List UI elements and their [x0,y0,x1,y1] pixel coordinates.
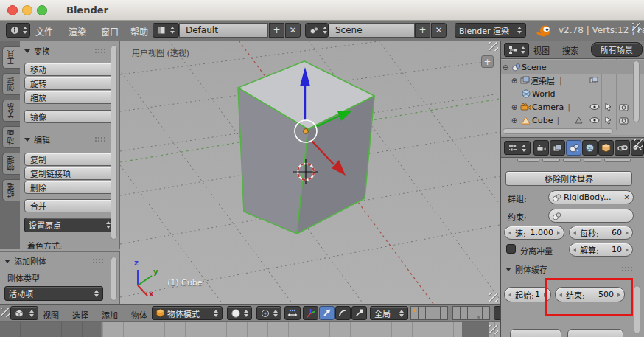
area-resize-corner[interactable] [634,139,643,148]
collapse-icon[interactable]: ⊖ [501,63,510,72]
pivot-point-select[interactable] [256,306,281,320]
tab-relations[interactable]: 关系 [2,100,20,122]
selectability-cursor-icon[interactable] [604,103,612,111]
editor-type-select-3dview[interactable] [10,306,38,320]
outliner-row-world[interactable]: World [501,87,644,100]
viewport-canvas[interactable] [120,41,500,304]
rigidbody-type-select[interactable]: 活动项 [4,286,103,301]
tab-render-layers[interactable] [550,140,565,156]
scale-button[interactable]: 缩放 [24,91,115,104]
expand-icon[interactable]: ⊕ [510,77,519,85]
manipulator-toggle-button[interactable] [284,306,301,320]
decrease-arrow-icon[interactable] [508,231,511,235]
minimize-window-button[interactable] [22,5,32,15]
panel-grip-icon[interactable] [92,258,103,264]
panel-grip-icon[interactable] [94,48,105,54]
interaction-mode-select[interactable]: 物体模式 [152,306,223,320]
tab-world[interactable] [582,140,598,156]
area-resize-corner[interactable] [489,325,498,334]
outliner-horizontal-scrollbar[interactable] [503,128,613,134]
viewport-shading-select[interactable] [227,306,252,320]
tab-physics[interactable]: 物理 [2,153,20,175]
duplicate-linked-button[interactable]: 复制链接项 [24,167,115,180]
translate-button[interactable]: 移动 [24,63,115,76]
tab-render[interactable] [533,140,549,156]
layer-cell[interactable] [440,313,448,320]
manipulator-axes-button[interactable] [303,306,318,320]
renderability-camera-icon[interactable] [619,117,629,125]
rigidbody-cache-panel-header[interactable]: 刚体缓存 [505,263,632,275]
layer-cell[interactable] [482,313,490,320]
cache-start-frame-field[interactable]: 起始: 1 [504,287,551,302]
close-window-button[interactable] [7,5,18,15]
viewport-menu-object[interactable]: 物体 [131,309,147,321]
join-button[interactable]: 合并 [24,199,115,212]
tab-tools[interactable]: 工具 [2,46,20,69]
outliner-vertical-scrollbar[interactable] [633,60,640,122]
rigidbody-group-field[interactable]: RigidBody... ✕ [548,190,634,204]
viewport-menu-view[interactable]: 视图 [43,309,59,321]
renderability-camera-icon[interactable] [619,103,629,111]
outliner-row-camera[interactable]: ⊕ Camera | [501,100,644,114]
cache-end-frame-field[interactable]: 结束: 500 [555,287,625,302]
outliner-row-scene[interactable]: ⊖ Scene [501,60,644,74]
expand-icon[interactable]: ⊕ [510,103,519,111]
tab-object[interactable] [598,140,614,156]
add-scene-button[interactable]: + [415,23,430,38]
split-impulse-checkbox[interactable] [506,244,516,254]
tab-scene[interactable] [566,140,581,156]
clear-group-icon[interactable]: ✕ [624,193,630,201]
increase-arrow-icon[interactable] [617,293,620,297]
outliner-row-render-layers[interactable]: ⊕ 渲染层 | [501,74,644,87]
scene-browse-button[interactable] [305,23,329,38]
cache-button-partial[interactable] [510,329,561,337]
rotate-button[interactable]: 旋转 [24,77,115,90]
panel-grip-icon[interactable] [94,136,105,142]
mirror-button[interactable]: 镜像 [24,110,115,123]
cache-button-partial[interactable] [567,329,623,337]
transform-orientation-select[interactable]: 全局 [370,306,408,320]
area-resize-corner[interactable] [1,308,10,317]
tab-animation[interactable]: 动画 [2,126,20,148]
rigidbody-constraints-field[interactable] [548,209,634,223]
delete-button[interactable]: 删除 [24,181,115,194]
area-resize-corner[interactable] [489,293,498,302]
duplicate-button[interactable]: 复制 [24,153,115,166]
add-rigidbody-panel-header[interactable]: 添加刚体 [4,255,115,267]
outliner-menu-view[interactable]: 视图 [533,44,550,56]
transform-panel-header[interactable]: 变换 [24,45,116,57]
increase-arrow-icon[interactable] [544,293,547,297]
solver-iterations-field[interactable]: 解算: 10 [569,243,633,257]
tab-create[interactable]: 创建 [2,73,20,95]
editor-type-select-info[interactable] [6,23,30,38]
panel-grip-icon[interactable] [621,266,632,272]
screen-layout-browse-button[interactable] [153,23,179,38]
remove-rigidbody-world-button[interactable]: 移除刚体世界 [505,171,632,186]
cube-object[interactable] [238,61,374,234]
viewport-menu-add[interactable]: 添加 [102,309,118,321]
properties-vertical-scrollbar[interactable] [634,285,640,334]
decrease-arrow-icon[interactable] [559,293,562,297]
timeline-strip[interactable] [0,321,500,337]
current-frame-marker[interactable] [101,322,102,337]
rigidbody-panel-scrollbar[interactable] [111,257,117,301]
outliner-row-cube[interactable]: ⊕ Cube | [501,114,644,127]
increase-arrow-icon[interactable] [557,231,560,235]
outliner-menu-search[interactable]: 搜索 [562,44,578,56]
area-resize-corner[interactable] [489,42,498,51]
outliner-tree[interactable]: ⊖ Scene ⊕ 渲染层 | [501,59,644,135]
rotate-manipulator-button[interactable] [335,306,351,320]
render-engine-select[interactable]: Blender 渲染 [455,23,526,38]
scale-manipulator-button[interactable] [351,306,367,320]
editor-type-select-outliner[interactable] [504,43,529,57]
menu-help[interactable]: 帮助 [130,25,148,38]
selectability-cursor-icon[interactable] [604,116,612,125]
toolshelf-scrollbar[interactable] [111,45,117,240]
maximize-window-button[interactable] [37,5,47,15]
screen-layout-name-field[interactable]: Default [179,23,268,38]
edit-panel-header[interactable]: 编辑 [24,133,116,145]
decrease-arrow-icon[interactable] [573,231,576,235]
steps-per-second-field[interactable]: 每秒: 60 [569,226,633,240]
expand-icon[interactable]: ⊕ [510,117,519,125]
menu-render[interactable]: 渲染 [69,25,86,38]
